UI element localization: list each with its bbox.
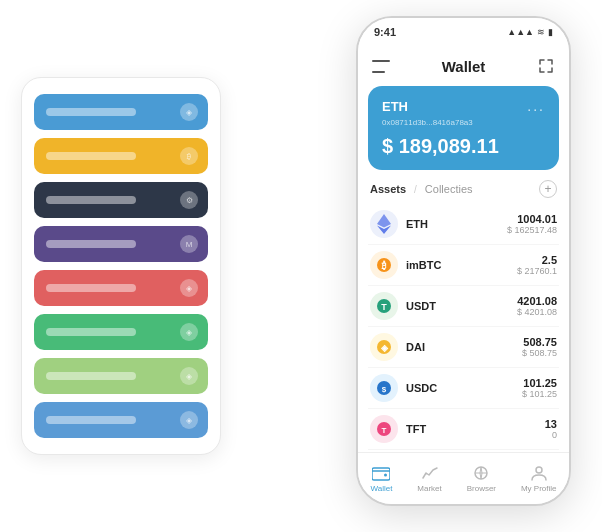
expand-icon[interactable]	[537, 57, 555, 75]
tab-assets[interactable]: Assets	[370, 183, 406, 195]
phone-header: Wallet	[358, 46, 569, 86]
tft-amount: 13	[545, 418, 557, 430]
card-label	[46, 416, 136, 424]
card-label	[46, 196, 136, 204]
list-item[interactable]: ⚙	[34, 182, 208, 218]
menu-line	[372, 60, 390, 62]
profile-nav-label: My Profile	[521, 484, 557, 493]
list-item[interactable]: ◈	[34, 358, 208, 394]
status-bar: 9:41 ▲▲▲ ≋ ▮	[358, 18, 569, 46]
card-icon: ◈	[180, 279, 198, 297]
svg-text:$: $	[382, 385, 387, 394]
card-label	[46, 240, 136, 248]
asset-row-eth[interactable]: ETH 1004.01 $ 162517.48	[368, 204, 559, 245]
usdc-amount: 101.25	[522, 377, 557, 389]
card-stack: ◈ ₿ ⚙ M ◈ ◈ ◈ ◈	[21, 77, 221, 455]
menu-line	[372, 71, 385, 73]
eth-card-top: ETH ...	[382, 98, 545, 114]
svg-marker-0	[377, 214, 391, 228]
nav-browser[interactable]: Browser	[467, 464, 496, 493]
usdc-values: 101.25 $ 101.25	[522, 377, 557, 399]
tft-icon: T	[370, 415, 398, 443]
imbtc-usd: $ 21760.1	[517, 266, 557, 276]
list-item[interactable]: ◈	[34, 94, 208, 130]
eth-balance-amount: $ 189,089.11	[382, 135, 545, 158]
dai-icon: ◈	[370, 333, 398, 361]
asset-row-dai[interactable]: ◈ DAI 508.75 $ 508.75	[368, 327, 559, 368]
bottom-nav: Wallet Market Browser My Profile	[358, 452, 569, 504]
card-icon: ◈	[180, 103, 198, 121]
usdc-usd: $ 101.25	[522, 389, 557, 399]
asset-row-usdc[interactable]: $ USDC 101.25 $ 101.25	[368, 368, 559, 409]
asset-row-tft[interactable]: T TFT 13 0	[368, 409, 559, 450]
asset-row-usdt[interactable]: T USDT 4201.08 $ 4201.08	[368, 286, 559, 327]
list-item[interactable]: ₿	[34, 138, 208, 174]
card-icon: ₿	[180, 147, 198, 165]
usdt-values: 4201.08 $ 4201.08	[517, 295, 557, 317]
svg-rect-12	[372, 468, 390, 480]
card-label	[46, 284, 136, 292]
usdc-name: USDC	[406, 382, 522, 394]
svg-point-16	[536, 467, 542, 473]
dai-usd: $ 508.75	[522, 348, 557, 358]
nav-market[interactable]: Market	[417, 464, 441, 493]
dai-name: DAI	[406, 341, 522, 353]
eth-icon	[370, 210, 398, 238]
asset-row-imbtc[interactable]: ₿ imBTC 2.5 $ 21760.1	[368, 245, 559, 286]
card-label	[46, 372, 136, 380]
list-item[interactable]: ◈	[34, 270, 208, 306]
nav-wallet[interactable]: Wallet	[370, 464, 392, 493]
page-title: Wallet	[442, 58, 486, 75]
imbtc-name: imBTC	[406, 259, 517, 271]
imbtc-values: 2.5 $ 21760.1	[517, 254, 557, 276]
usdt-usd: $ 4201.08	[517, 307, 557, 317]
card-icon: ⚙	[180, 191, 198, 209]
svg-text:T: T	[381, 302, 387, 312]
tft-values: 13 0	[545, 418, 557, 440]
usdt-amount: 4201.08	[517, 295, 557, 307]
list-item[interactable]: ◈	[34, 314, 208, 350]
eth-address: 0x08711d3b...8416a78a3	[382, 118, 545, 127]
eth-card-name: ETH	[382, 99, 408, 114]
assets-header: Assets / Collecties +	[368, 180, 559, 198]
profile-nav-icon	[529, 464, 549, 482]
battery-icon: ▮	[548, 27, 553, 37]
eth-values: 1004.01 $ 162517.48	[507, 213, 557, 235]
dai-values: 508.75 $ 508.75	[522, 336, 557, 358]
svg-text:T: T	[382, 426, 387, 435]
tft-usd: 0	[545, 430, 557, 440]
phone-mockup: 9:41 ▲▲▲ ≋ ▮ Wallet	[356, 16, 571, 506]
card-label	[46, 328, 136, 336]
eth-usd: $ 162517.48	[507, 225, 557, 235]
list-item[interactable]: M	[34, 226, 208, 262]
add-asset-button[interactable]: +	[539, 180, 557, 198]
card-icon: ◈	[180, 367, 198, 385]
nav-profile[interactable]: My Profile	[521, 464, 557, 493]
card-label	[46, 152, 136, 160]
svg-point-13	[384, 474, 387, 477]
eth-balance-card[interactable]: ETH ... 0x08711d3b...8416a78a3 $ 189,089…	[368, 86, 559, 170]
imbtc-amount: 2.5	[517, 254, 557, 266]
imbtc-icon: ₿	[370, 251, 398, 279]
eth-card-menu[interactable]: ...	[527, 98, 545, 114]
market-nav-icon	[420, 464, 440, 482]
card-label	[46, 108, 136, 116]
wifi-icon: ≋	[537, 27, 545, 37]
card-icon: ◈	[180, 411, 198, 429]
usdt-icon: T	[370, 292, 398, 320]
usdt-name: USDT	[406, 300, 517, 312]
tab-collecties[interactable]: Collecties	[425, 183, 473, 195]
browser-nav-label: Browser	[467, 484, 496, 493]
dai-amount: 508.75	[522, 336, 557, 348]
scene: ◈ ₿ ⚙ M ◈ ◈ ◈ ◈	[21, 16, 581, 516]
menu-icon[interactable]	[372, 60, 390, 73]
status-icons: ▲▲▲ ≋ ▮	[507, 27, 553, 37]
card-icon: ◈	[180, 323, 198, 341]
wallet-nav-icon	[371, 464, 391, 482]
status-time: 9:41	[374, 26, 396, 38]
asset-list: ETH 1004.01 $ 162517.48 ₿ imBTC 2.5 $ 21…	[368, 204, 559, 450]
usdc-icon: $	[370, 374, 398, 402]
card-icon: M	[180, 235, 198, 253]
list-item[interactable]: ◈	[34, 402, 208, 438]
eth-name: ETH	[406, 218, 507, 230]
